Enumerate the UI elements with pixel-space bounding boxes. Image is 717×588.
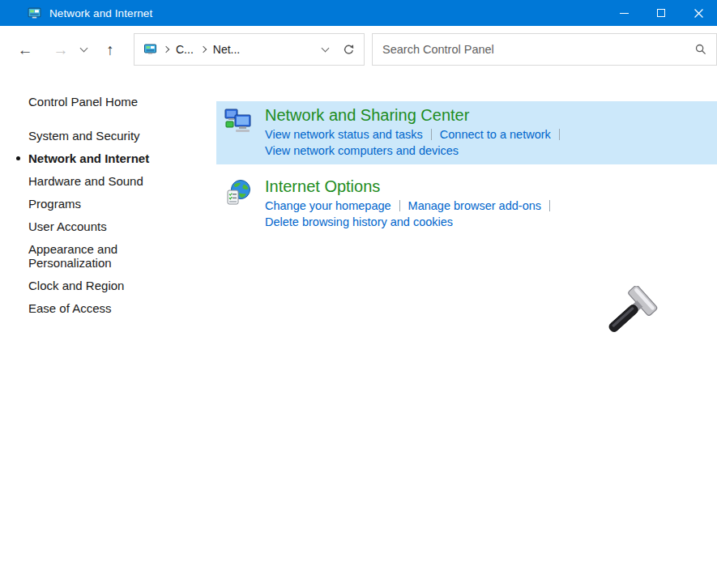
control-panel-icon [143,43,158,56]
breadcrumb-item-control-panel[interactable]: C... [176,43,194,56]
address-bar[interactable]: C... Net... [134,33,365,66]
sidebar-item-user-accounts[interactable]: User Accounts [28,219,171,233]
maximize-button[interactable] [642,0,680,26]
link-divider [399,200,400,211]
close-button[interactable] [680,0,717,26]
internet-options-link[interactable]: Internet Options [265,177,558,196]
breadcrumb-separator-icon [200,46,207,53]
sidebar-item-appearance-and-personalization[interactable]: Appearance and Personalization [28,242,171,270]
task-link-row: Change your homepage Manage browser add-… [265,198,558,214]
connect-to-network-link[interactable]: Connect to a network [440,126,551,143]
sidebar-item-label: Network and Internet [28,151,149,165]
active-bullet-icon [16,156,20,160]
titlebar: Network and Internet [0,0,717,26]
sidebar-item-programs[interactable]: Programs [28,197,171,211]
section-network-and-sharing-center: Network and Sharing Center View network … [216,101,717,164]
view-network-computers-link[interactable]: View network computers and devices [265,143,459,159]
maximize-icon [657,9,665,17]
manage-addons-link[interactable]: Manage browser add-ons [408,198,541,214]
view-network-status-link[interactable]: View network status and tasks [265,126,423,143]
change-homepage-link[interactable]: Change your homepage [265,198,391,214]
task-link-row: View network status and tasks Connect to… [265,126,568,143]
app-icon [28,6,41,20]
refresh-button[interactable] [343,44,355,56]
sidebar-item-control-panel-home[interactable]: Control Panel Home [28,95,207,109]
section-text: Network and Sharing Center View network … [265,105,568,159]
sidebar: Control Panel Home System and Security N… [0,73,207,324]
sidebar-item-network-and-internet[interactable]: Network and Internet [28,151,171,165]
close-icon [694,9,703,18]
sidebar-item-system-and-security[interactable]: System and Security [28,129,171,143]
back-button[interactable]: ← [13,42,37,58]
link-divider [549,200,550,211]
internet-options-icon [224,179,252,207]
section-text: Internet Options Change your homepage Ma… [265,177,558,230]
recent-pages-chevron-icon[interactable] [80,44,88,52]
link-divider [431,129,432,140]
window-title: Network and Internet [49,7,152,19]
control-panel-window: Network and Internet ← → ↑ [0,0,717,73]
main-content: Network and Sharing Center View network … [216,101,717,236]
address-dropdown-chevron-icon[interactable] [322,45,330,53]
minimize-icon [620,13,629,14]
delete-browsing-history-link[interactable]: Delete browsing history and cookies [265,214,453,230]
breadcrumb-separator-icon [163,46,169,53]
forward-button[interactable]: → [49,42,73,58]
sidebar-item-clock-and-region[interactable]: Clock and Region [28,279,171,292]
network-sharing-center-link[interactable]: Network and Sharing Center [265,105,568,125]
refresh-icon [343,44,355,56]
window-controls [605,0,717,26]
task-link-row: Delete browsing history and cookies [265,214,558,230]
link-divider [559,129,560,140]
sidebar-item-hardware-and-sound[interactable]: Hardware and Sound [28,174,171,188]
search-box[interactable] [372,33,717,66]
up-button[interactable]: ↑ [98,42,122,58]
hammer-cursor [600,286,663,346]
sidebar-item-ease-of-access[interactable]: Ease of Access [28,301,171,315]
search-icon[interactable] [695,44,706,55]
task-link-row: View network computers and devices [265,143,568,159]
section-internet-options: Internet Options Change your homepage Ma… [216,173,717,236]
minimize-button[interactable] [605,0,642,26]
breadcrumb-item-network[interactable]: Net... [213,43,240,56]
search-input[interactable] [382,43,689,56]
navigation-toolbar: ← → ↑ C... Net... [0,26,717,73]
network-sharing-center-icon [224,108,252,135]
